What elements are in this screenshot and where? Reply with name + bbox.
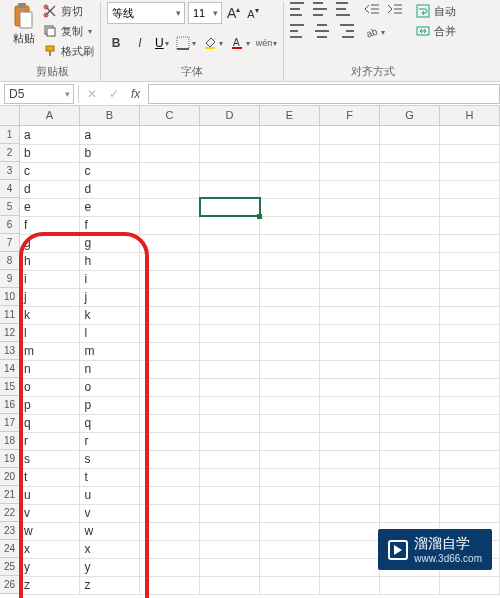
cut-button[interactable]: 剪切: [42, 2, 94, 20]
cell[interactable]: [140, 432, 200, 450]
cell[interactable]: [260, 468, 320, 486]
cell[interactable]: [140, 216, 200, 234]
align-bottom-button[interactable]: [336, 2, 354, 16]
cell[interactable]: w: [20, 522, 80, 540]
cell[interactable]: [260, 396, 320, 414]
font-family-select[interactable]: 等线: [107, 2, 185, 24]
cell[interactable]: [439, 450, 499, 468]
formula-input[interactable]: [148, 84, 500, 104]
row-header[interactable]: 3: [0, 162, 20, 180]
row-header[interactable]: 1: [0, 126, 20, 144]
cell[interactable]: q: [20, 414, 80, 432]
cell[interactable]: u: [80, 486, 140, 504]
cell[interactable]: e: [80, 198, 140, 216]
cell[interactable]: s: [20, 450, 80, 468]
cell[interactable]: [320, 396, 380, 414]
cell[interactable]: d: [80, 180, 140, 198]
cell[interactable]: [260, 234, 320, 252]
cell[interactable]: [380, 378, 440, 396]
cell[interactable]: [140, 198, 200, 216]
cell[interactable]: [439, 126, 499, 144]
cell[interactable]: n: [20, 360, 80, 378]
cell[interactable]: q: [80, 414, 140, 432]
row-header[interactable]: 8: [0, 252, 20, 270]
cell[interactable]: [320, 360, 380, 378]
cell[interactable]: [140, 252, 200, 270]
cell[interactable]: [380, 144, 440, 162]
cell[interactable]: [320, 432, 380, 450]
row-header[interactable]: 14: [0, 360, 20, 378]
cell[interactable]: [320, 576, 380, 594]
align-left-button[interactable]: [290, 24, 308, 38]
cell[interactable]: h: [20, 252, 80, 270]
col-header-C[interactable]: C: [140, 106, 200, 126]
cell[interactable]: [260, 378, 320, 396]
cell[interactable]: [200, 558, 260, 576]
cell[interactable]: [439, 324, 499, 342]
fill-color-button[interactable]: ▾: [202, 35, 223, 51]
cell[interactable]: [200, 414, 260, 432]
cell[interactable]: [200, 324, 260, 342]
cell[interactable]: [320, 270, 380, 288]
cell[interactable]: [260, 324, 320, 342]
cell[interactable]: [439, 144, 499, 162]
align-right-button[interactable]: [336, 24, 354, 38]
cell[interactable]: [320, 414, 380, 432]
cell[interactable]: [320, 252, 380, 270]
row-header[interactable]: 21: [0, 486, 20, 504]
cell[interactable]: [140, 270, 200, 288]
cell[interactable]: g: [80, 234, 140, 252]
select-all-corner[interactable]: [0, 106, 20, 126]
cell[interactable]: [439, 360, 499, 378]
cell[interactable]: [320, 234, 380, 252]
cell[interactable]: [439, 216, 499, 234]
cell[interactable]: [380, 180, 440, 198]
cell[interactable]: o: [20, 378, 80, 396]
cell[interactable]: [439, 162, 499, 180]
cell[interactable]: [200, 252, 260, 270]
cell[interactable]: [439, 306, 499, 324]
cell[interactable]: [320, 378, 380, 396]
cell[interactable]: [380, 504, 440, 522]
format-painter-button[interactable]: 格式刷: [42, 42, 94, 60]
cell[interactable]: v: [20, 504, 80, 522]
cell[interactable]: [380, 414, 440, 432]
cell[interactable]: [260, 216, 320, 234]
cell[interactable]: y: [80, 558, 140, 576]
cell[interactable]: c: [80, 162, 140, 180]
cell[interactable]: [260, 558, 320, 576]
col-header-A[interactable]: A: [20, 106, 80, 126]
cell[interactable]: m: [80, 342, 140, 360]
col-header-D[interactable]: D: [200, 106, 260, 126]
cell[interactable]: [320, 558, 380, 576]
cell[interactable]: v: [80, 504, 140, 522]
cell[interactable]: [439, 378, 499, 396]
col-header-H[interactable]: H: [440, 106, 500, 126]
cell[interactable]: [260, 432, 320, 450]
cell[interactable]: [320, 450, 380, 468]
cell[interactable]: [260, 126, 320, 144]
cell[interactable]: [200, 396, 260, 414]
cell[interactable]: z: [20, 576, 80, 594]
cell[interactable]: [320, 162, 380, 180]
cell[interactable]: [439, 468, 499, 486]
cell[interactable]: [200, 198, 260, 216]
cell[interactable]: [320, 126, 380, 144]
cell[interactable]: z: [80, 576, 140, 594]
cell[interactable]: t: [80, 468, 140, 486]
phonetic-button[interactable]: wén▾: [256, 38, 278, 48]
col-header-E[interactable]: E: [260, 106, 320, 126]
cell[interactable]: [140, 468, 200, 486]
cell[interactable]: [260, 306, 320, 324]
cell[interactable]: [260, 162, 320, 180]
cell[interactable]: [320, 540, 380, 558]
cell[interactable]: [380, 324, 440, 342]
cell[interactable]: [200, 342, 260, 360]
confirm-formula-button[interactable]: ✓: [105, 85, 123, 103]
row-header[interactable]: 22: [0, 504, 20, 522]
row-header[interactable]: 25: [0, 558, 20, 576]
cell[interactable]: [200, 468, 260, 486]
cell[interactable]: p: [80, 396, 140, 414]
cell[interactable]: s: [80, 450, 140, 468]
fx-icon[interactable]: fx: [127, 87, 144, 101]
